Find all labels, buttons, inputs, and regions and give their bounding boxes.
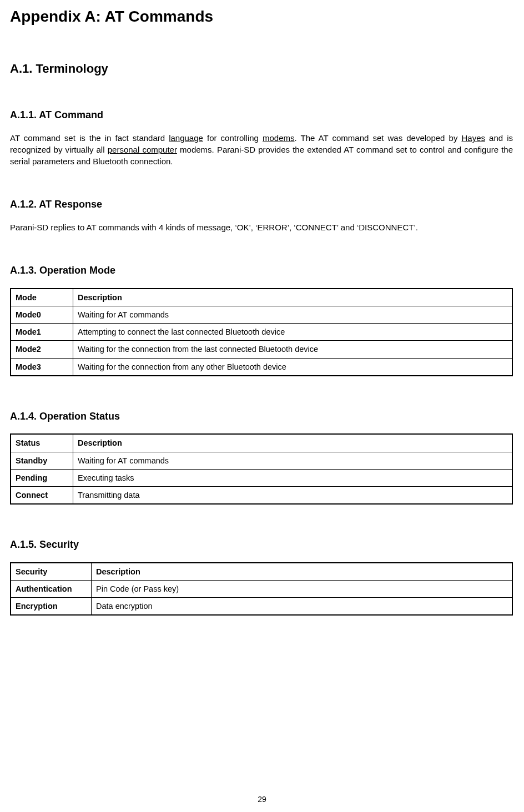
table-operation-mode: Mode Description Mode0 Waiting for AT co… <box>10 288 513 376</box>
table-security-wrap: Security Description Authentication Pin … <box>10 562 513 616</box>
table-header-cell: Mode <box>11 289 73 306</box>
page-title: Appendix A: AT Commands <box>10 6 513 27</box>
page-container: Appendix A: AT Commands A.1. Terminology… <box>0 0 524 812</box>
heading-terminology: A.1. Terminology <box>10 60 513 78</box>
table-row: Mode0 Waiting for AT commands <box>11 306 512 323</box>
table-cell: Pending <box>11 469 73 486</box>
table-cell: Waiting for AT commands <box>73 306 513 323</box>
link-language[interactable]: language <box>169 133 203 143</box>
table-cell: Connect <box>11 487 73 505</box>
table-operation-status: Status Description Standby Waiting for A… <box>10 433 513 505</box>
table-header-row: Security Description <box>11 563 512 581</box>
table-header-cell: Description <box>73 434 513 452</box>
table-header-row: Status Description <box>11 434 512 452</box>
text-segment: . The AT command set was developed by <box>295 133 462 143</box>
table-cell: Pin Code (or Pass key) <box>92 580 513 597</box>
table-cell: Attempting to connect the last connected… <box>73 324 513 341</box>
paragraph-at-command: AT command set is the in fact standard l… <box>10 132 513 167</box>
table-row: Standby Waiting for AT commands <box>11 452 512 469</box>
text-segment: AT command set is the in fact standard <box>10 133 169 143</box>
heading-operation-mode: A.1.3. Operation Mode <box>10 264 513 278</box>
table-cell: Standby <box>11 452 73 469</box>
table-cell: Waiting for the connection from any othe… <box>73 358 513 376</box>
table-security: Security Description Authentication Pin … <box>10 562 513 616</box>
table-header-cell: Description <box>92 563 513 581</box>
table-row: Encryption Data encryption <box>11 598 512 616</box>
table-cell: Mode1 <box>11 324 73 341</box>
table-cell: Mode3 <box>11 358 73 376</box>
table-header-cell: Security <box>11 563 92 581</box>
heading-at-command: A.1.1. AT Command <box>10 108 513 122</box>
table-cell: Transmitting data <box>73 487 513 505</box>
table-operation-mode-wrap: Mode Description Mode0 Waiting for AT co… <box>10 288 513 376</box>
heading-at-response: A.1.2. AT Response <box>10 198 513 211</box>
table-cell: Waiting for the connection from the last… <box>73 341 513 358</box>
table-row: Connect Transmitting data <box>11 487 512 505</box>
heading-operation-status: A.1.4. Operation Status <box>10 410 513 423</box>
page-number: 29 <box>0 794 524 805</box>
table-header-cell: Description <box>73 289 513 306</box>
table-row: Mode2 Waiting for the connection from th… <box>11 341 512 358</box>
table-cell: Encryption <box>11 598 92 616</box>
table-operation-status-wrap: Status Description Standby Waiting for A… <box>10 433 513 505</box>
table-header-cell: Status <box>11 434 73 452</box>
link-modems[interactable]: modems <box>263 133 295 143</box>
table-cell: Authentication <box>11 580 92 597</box>
table-cell: Executing tasks <box>73 469 513 486</box>
table-cell: Mode0 <box>11 306 73 323</box>
table-row: Mode1 Attempting to connect the last con… <box>11 324 512 341</box>
table-cell: Mode2 <box>11 341 73 358</box>
table-cell: Waiting for AT commands <box>73 452 513 469</box>
heading-security: A.1.5. Security <box>10 538 513 552</box>
table-row: Pending Executing tasks <box>11 469 512 486</box>
link-personal-computer[interactable]: personal computer <box>108 145 177 154</box>
table-cell: Data encryption <box>92 598 513 616</box>
link-hayes[interactable]: Hayes <box>461 133 485 143</box>
table-row: Mode3 Waiting for the connection from an… <box>11 358 512 376</box>
table-row: Authentication Pin Code (or Pass key) <box>11 580 512 597</box>
table-header-row: Mode Description <box>11 289 512 306</box>
text-segment: for controlling <box>203 133 263 143</box>
paragraph-at-response: Parani-SD replies to AT commands with 4 … <box>10 221 513 233</box>
